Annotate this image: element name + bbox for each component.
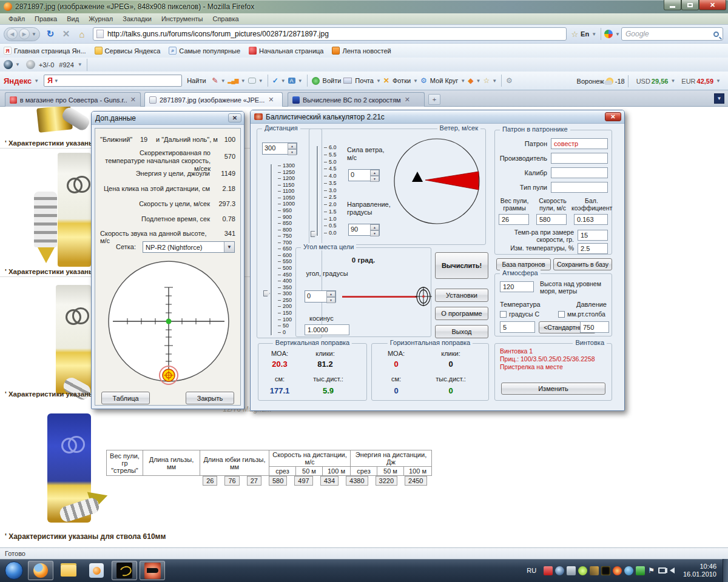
search-engine-dropdown-icon[interactable]: ▼: [615, 32, 620, 37]
tab-close-icon[interactable]: ✕: [405, 96, 410, 104]
measure-temp-field[interactable]: 15: [578, 230, 608, 241]
dropdown-icon[interactable]: ▼: [460, 78, 465, 84]
bookmark-item[interactable]: Начальная страница: [249, 47, 323, 55]
city-label[interactable]: Воронеж: [577, 78, 604, 85]
mail-label[interactable]: Почта: [355, 77, 374, 84]
spin-up-icon[interactable]: ▲: [370, 170, 379, 176]
pressure-field[interactable]: 750: [580, 321, 609, 333]
extension-icon[interactable]: [4, 60, 13, 69]
menu-edit[interactable]: Правка: [30, 15, 62, 22]
celsius-checkbox[interactable]: градусы C: [500, 310, 539, 318]
taskbar-ballistic-button[interactable]: [140, 561, 165, 580]
reticle-select[interactable]: NP-R2 (Nightforce) ▼: [143, 241, 235, 253]
cartridge-db-button[interactable]: База патронов: [496, 258, 551, 270]
icq-flower-icon[interactable]: [578, 566, 587, 575]
bullet-speed-field[interactable]: 580: [536, 214, 567, 225]
minimize-button[interactable]: [664, 0, 681, 10]
bullet-weight-field[interactable]: 26: [499, 214, 529, 225]
menu-help[interactable]: Справка: [207, 15, 243, 22]
checkbox-icon[interactable]: [558, 311, 565, 318]
language-badge[interactable]: En: [581, 30, 589, 38]
services-icon[interactable]: ◆: [468, 76, 473, 85]
wand-tool-icon[interactable]: [590, 566, 599, 575]
dropdown-icon[interactable]: ▼: [34, 78, 39, 84]
wind-direction-dial[interactable]: [391, 136, 483, 229]
utorrent-icon[interactable]: [636, 566, 645, 575]
distance-slider-track[interactable]: [271, 164, 272, 335]
my-circle-icon[interactable]: ⚙: [420, 76, 427, 85]
chevron-down-icon[interactable]: ▼: [224, 242, 234, 252]
dropdown-icon[interactable]: ▼: [15, 62, 20, 67]
action-center-flag-icon[interactable]: ⚑: [648, 566, 655, 575]
spin-down-icon[interactable]: ▼: [370, 230, 379, 236]
wind-force-spinner[interactable]: 0 ▲▼: [348, 169, 380, 181]
my-circle-label[interactable]: Мой Круг: [430, 77, 459, 84]
dropdown-icon[interactable]: ▼: [492, 78, 497, 84]
dialog-titlebar[interactable]: Доп.данные ✕: [92, 112, 244, 125]
remote-tool-icon[interactable]: [567, 566, 576, 575]
menu-history[interactable]: Журнал: [84, 15, 118, 22]
history-dropdown-icon[interactable]: ▼: [32, 32, 36, 37]
maximize-button[interactable]: [681, 0, 699, 10]
calculator-close-button[interactable]: ✕: [605, 112, 621, 121]
menu-tools[interactable]: Инструменты: [157, 15, 208, 22]
taskbar-mediaplayer-button[interactable]: [84, 561, 109, 580]
angle-spinner[interactable]: 0 ▲▼: [305, 290, 336, 303]
list-all-tabs-button[interactable]: ▼: [714, 93, 724, 104]
bc-field[interactable]: 0.163: [574, 214, 608, 225]
distance-spinner[interactable]: 300 ▲▼: [262, 142, 297, 155]
tab-image-active[interactable]: 2871897.jpg (изображение «JPE... ✕: [144, 92, 283, 107]
spin-up-icon[interactable]: ▲: [288, 143, 297, 149]
bookmark-item[interactable]: Сервисы Яндекса: [95, 47, 161, 55]
keyboard-layout[interactable]: RU: [527, 567, 536, 574]
dropdown-icon[interactable]: ▼: [258, 78, 263, 84]
url-bar[interactable]: http://talks.guns.ru/forums/icons/forum_…: [93, 27, 567, 41]
yandex-search-input[interactable]: Я ▼: [44, 75, 182, 87]
mail-icon[interactable]: [343, 78, 352, 84]
mmhg-checkbox[interactable]: мм.рт.столба: [558, 310, 605, 318]
screensaver-icon[interactable]: [601, 566, 610, 575]
agent-icon[interactable]: [613, 566, 622, 575]
reload-button[interactable]: ↻: [44, 28, 57, 39]
bookmark-star-icon[interactable]: ☆: [571, 30, 578, 39]
calculate-button[interactable]: Вычислить!: [435, 252, 488, 279]
dropdown-icon[interactable]: ▼: [78, 62, 83, 67]
taskbar-explorer-button[interactable]: [56, 561, 81, 580]
bookmark-item[interactable]: Я Главная страница Ян...: [4, 47, 86, 55]
yandex-brand[interactable]: Яндекс: [4, 76, 32, 85]
bullet-type-field[interactable]: [551, 182, 608, 193]
login-icon[interactable]: [312, 77, 320, 85]
close-button[interactable]: ✕: [699, 0, 726, 10]
cartridge-name-field[interactable]: совестр: [551, 138, 608, 149]
rating-bars-icon[interactable]: ▂▄▆: [228, 78, 238, 84]
dropdown-icon[interactable]: ▼: [221, 78, 226, 84]
globe-icon[interactable]: [624, 566, 633, 575]
dropdown-icon[interactable]: ▼: [281, 78, 286, 84]
comments-icon[interactable]: [248, 78, 256, 84]
wind-direction-spinner[interactable]: 90 ▲▼: [348, 224, 380, 236]
globe-icon[interactable]: [26, 60, 35, 69]
exit-button[interactable]: Выход: [435, 325, 488, 338]
start-button[interactable]: [5, 561, 23, 580]
back-button[interactable]: ◄: [7, 28, 18, 39]
spin-up-icon[interactable]: ▲: [326, 291, 335, 297]
menu-view[interactable]: Вид: [62, 15, 84, 22]
settings-gear-icon[interactable]: ⚙: [506, 76, 513, 85]
bookmark-item[interactable]: Лента новостей: [332, 47, 391, 55]
language-dropdown-icon[interactable]: ▼: [592, 32, 596, 37]
dropdown-icon[interactable]: ▼: [241, 78, 246, 84]
new-tab-button[interactable]: +: [428, 94, 440, 105]
checkbox-icon[interactable]: [500, 311, 507, 318]
wind-slider-track[interactable]: [317, 146, 318, 236]
dropdown-icon[interactable]: ▼: [298, 78, 303, 84]
tab-close-icon[interactable]: ✕: [268, 96, 274, 104]
search-box[interactable]: Google: [621, 27, 723, 41]
table-button[interactable]: Таблица: [101, 392, 150, 404]
caliber-field[interactable]: [551, 167, 608, 178]
maker-field[interactable]: [551, 153, 608, 164]
taskbar-app-button[interactable]: [112, 561, 137, 580]
temp-change-field[interactable]: 2.5: [578, 243, 608, 254]
close-dialog-button[interactable]: Закрыть: [186, 392, 234, 404]
stop-button[interactable]: ✕: [59, 28, 73, 39]
angle-target-icon[interactable]: [414, 287, 433, 306]
